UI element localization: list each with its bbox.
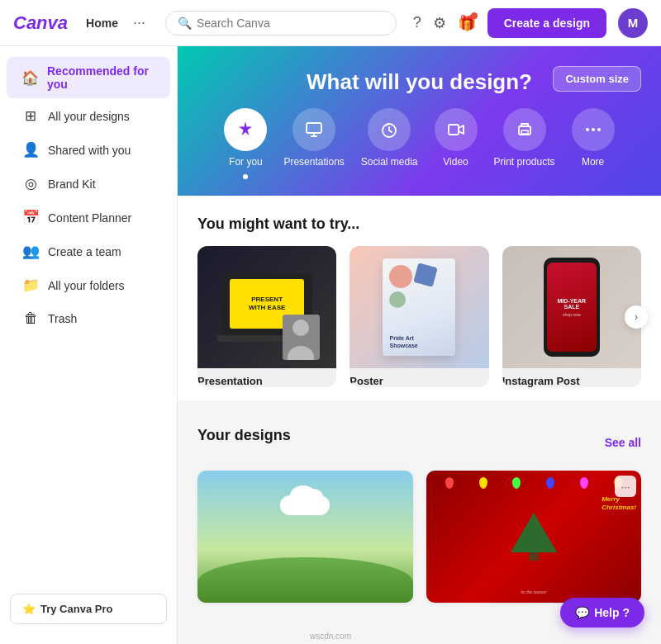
gift-badge (471, 12, 478, 19)
hero-banner: What will you design? Custom size For yo… (178, 46, 661, 196)
category-video-label: Video (443, 156, 468, 168)
category-social-media[interactable]: Social media (361, 108, 418, 179)
tree-shape (511, 513, 557, 552)
trash-icon: 🗑 (21, 310, 40, 327)
svg-rect-5 (521, 130, 528, 134)
poster-shape-3 (389, 291, 406, 308)
suggestion-poster-label: Poster (350, 375, 488, 387)
design-categories: For you Presentations (224, 108, 614, 179)
svg-rect-0 (307, 123, 321, 133)
team-icon: 👥 (21, 243, 40, 260)
cloud (280, 495, 330, 515)
suggestion-instagram-label: Instagram Post (502, 375, 641, 387)
card-menu-button[interactable]: ··· (615, 476, 636, 497)
poster-preview: Pride ArtShowcase (350, 246, 488, 368)
category-more-label: More (582, 156, 604, 168)
category-more[interactable]: More (572, 108, 615, 179)
sidebar-item-shared[interactable]: 👤 Shared with you (7, 134, 170, 166)
light-4 (546, 477, 554, 489)
poster-shapes (389, 265, 449, 308)
landscape-thumb (197, 471, 413, 603)
star-icon: ⭐ (22, 603, 36, 615)
sidebar-item-content-planner[interactable]: 📅 Content Planner (7, 201, 170, 234)
nav-actions: ? ⚙ 🎁 Create a design M (413, 8, 648, 38)
settings-icon-button[interactable]: ⚙ (433, 14, 446, 32)
presentations-icon (292, 108, 335, 151)
shared-icon: 👤 (21, 141, 40, 159)
sidebar-item-label: All your designs (48, 110, 130, 123)
design-card-christmas[interactable]: MerryChristmas! 'tis the season ··· (426, 471, 642, 603)
home-button[interactable]: Home (78, 12, 126, 35)
main-content: What will you design? Custom size For yo… (178, 46, 661, 644)
phone-sub: shop now (563, 312, 580, 317)
phone-screen: MID-YEARSALE shop now (547, 263, 597, 352)
search-input[interactable] (197, 17, 384, 30)
sidebar-item-recommended[interactable]: 🏠 Recommended for you (7, 57, 170, 98)
sidebar: 🏠 Recommended for you ⊞ All your designs… (0, 46, 178, 644)
phone-text: MID-YEARSALE (558, 298, 587, 310)
designs-section: Your designs See all (178, 410, 661, 619)
designs-grid: MerryChristmas! 'tis the season ··· (197, 471, 641, 603)
suggestion-poster[interactable]: Pride ArtShowcase Poster (350, 246, 488, 387)
custom-size-button[interactable]: Custom size (553, 66, 641, 92)
help-label: Help ? (594, 606, 630, 619)
category-for-you[interactable]: For you (224, 108, 267, 179)
home-icon: 🏠 (21, 69, 39, 87)
light-3 (512, 477, 521, 489)
watermark: wscdn.com (310, 632, 351, 641)
category-print[interactable]: Print products (494, 108, 555, 179)
sidebar-item-trash[interactable]: 🗑 Trash (7, 303, 170, 334)
svg-point-8 (597, 128, 601, 131)
see-all-link[interactable]: See all (605, 436, 641, 449)
sidebar-item-label: All your folders (48, 279, 125, 292)
brand-icon: ◎ (21, 175, 40, 192)
category-print-label: Print products (494, 156, 555, 168)
designs-section-header: Your designs See all (197, 427, 641, 457)
sidebar-item-create-team[interactable]: 👥 Create a team (7, 235, 170, 268)
help-button[interactable]: 💬 Help ? (560, 598, 644, 627)
try-pro-button[interactable]: ⭐ Try Canva Pro (10, 594, 167, 624)
poster-shape-2 (414, 263, 438, 286)
design-card-landscape[interactable] (197, 471, 413, 603)
christmas-thumb: MerryChristmas! 'tis the season (426, 471, 642, 603)
next-arrow-button[interactable]: › (625, 305, 648, 329)
suggestion-presentation[interactable]: PRESENTWITH EASE (197, 246, 336, 387)
more-icon (572, 108, 615, 151)
designs-title: Your designs (197, 427, 291, 444)
person-thumbnail (283, 315, 320, 360)
suggestions-grid: PRESENTWITH EASE (197, 246, 641, 387)
poster-inner-title: Pride ArtShowcase (389, 335, 417, 349)
active-indicator (243, 174, 248, 179)
christmas-tree (511, 513, 557, 561)
sidebar-item-brand-kit[interactable]: ◎ Brand Kit (7, 168, 170, 200)
category-presentations-label: Presentations (283, 156, 344, 168)
sidebar-item-label: Shared with you (48, 144, 131, 157)
ground (197, 557, 413, 603)
canva-logo: Canva (13, 12, 68, 34)
avatar[interactable]: M (618, 8, 648, 38)
sidebar-item-label: Content Planner (48, 211, 131, 225)
landscape-preview (197, 471, 413, 603)
svg-rect-3 (449, 125, 459, 135)
sidebar-item-folders[interactable]: 📁 All your folders (7, 269, 170, 301)
category-video[interactable]: Video (435, 108, 478, 179)
sidebar-item-label: Create a team (48, 245, 121, 258)
gift-icon-button[interactable]: 🎁 (458, 14, 476, 32)
help-icon: 💬 (575, 606, 589, 619)
svg-point-7 (592, 128, 595, 131)
christmas-preview: MerryChristmas! 'tis the season ··· (426, 471, 642, 603)
category-presentations[interactable]: Presentations (283, 108, 344, 179)
suggestion-instagram[interactable]: MID-YEARSALE shop now Instagram Post (502, 246, 641, 387)
calendar-icon: 📅 (21, 209, 40, 226)
app-layout: 🏠 Recommended for you ⊞ All your designs… (0, 46, 661, 644)
sidebar-item-all-designs[interactable]: ⊞ All your designs (7, 100, 170, 132)
nav-more-button[interactable]: ··· (126, 11, 152, 35)
help-icon-button[interactable]: ? (413, 14, 421, 31)
for-you-icon (224, 108, 267, 151)
create-design-button[interactable]: Create a design (487, 8, 606, 38)
christmas-text: MerryChristmas! (602, 495, 636, 513)
hero-title: What will you design? (307, 69, 532, 95)
tree-base (529, 552, 539, 561)
suggestions-section: You might want to try... PRESENTWITH EAS… (178, 196, 661, 400)
christmas-sub: 'tis the season (521, 590, 547, 594)
